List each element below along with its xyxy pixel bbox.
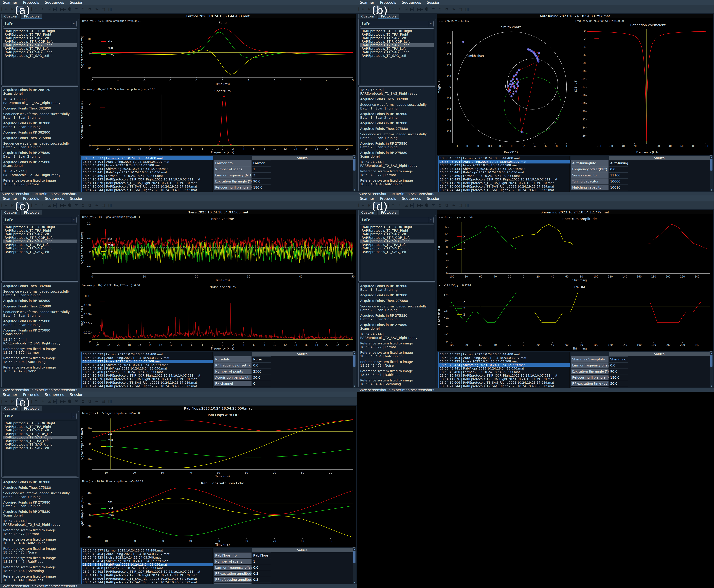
file-row[interactable]: 18:54:24.244 | RAREprotocols_T2_SAG_Righ… xyxy=(439,188,570,192)
protocol-item[interactable]: RAREprotocols_T2_SAG_Left xyxy=(3,250,77,254)
file-row[interactable]: 18:53:43.441 | RabiFlops.2023.10.24.18.5… xyxy=(439,367,570,370)
param-value[interactable]: RabiFlops xyxy=(252,552,271,558)
localizer-icon[interactable]: ⌖ xyxy=(397,6,403,12)
view-doc-icon[interactable]: ▥ xyxy=(464,6,470,12)
protocol-item[interactable]: RAREprotocols_T1_SAG_Left xyxy=(3,36,77,40)
export-icon[interactable]: ↥ xyxy=(437,202,443,208)
protocol-item[interactable]: RAREprotocols_T1_SAG_Right xyxy=(360,247,434,250)
scroll-up-icon[interactable]: ▲ xyxy=(353,156,356,158)
param-value[interactable]: 0.0 xyxy=(609,166,628,172)
file-row[interactable]: 18:54:11.876 | RAREprotocols_T2_TRA_Righ… xyxy=(82,181,213,185)
protocol-item[interactable]: RAREprotocols_T2_TRA_Right xyxy=(3,229,77,232)
protocol-item[interactable]: RAREprotocols_T2_SAG_Right xyxy=(3,239,77,243)
smith-chart[interactable]: -1-0.8-0.6-0.4-0.200.20.40.60.81-0.8-0.6… xyxy=(437,18,573,155)
protocol-list[interactable]: RAREprotocols_STIR_COR_RightRAREprotocol… xyxy=(3,421,77,477)
protocol-checklist-icon[interactable]: ☑ xyxy=(46,6,52,12)
larmor-spectrum-chart[interactable]: -24-22-20-18-16-14-12-10-8-6-4-202468101… xyxy=(80,86,356,155)
protocol-item[interactable]: RAREprotocols_T2_TRA_Right xyxy=(3,425,77,428)
file-row[interactable]: 18:53:43.460 | Larmor.2023.10.24.18.54.2… xyxy=(439,370,570,374)
chart-icon[interactable]: ∿ xyxy=(93,398,100,404)
param-value[interactable]: 0.3 xyxy=(252,577,271,583)
param-value[interactable]: Larmor xyxy=(252,160,271,166)
protocol-item[interactable]: RAREprotocols_T1_SAG_Left xyxy=(3,232,77,236)
protocol-checklist-icon[interactable]: ☑ xyxy=(403,202,410,208)
bender-icon[interactable]: ☻ xyxy=(67,6,73,12)
plot-sequence-icon[interactable]: ≋ xyxy=(430,202,436,208)
file-row[interactable]: 18:54:11.876 | RAREprotocols_T2_TRA_Righ… xyxy=(439,181,570,185)
copy-icon[interactable]: ⧉ xyxy=(444,202,450,208)
file-row[interactable]: 18:53:43.434 | Shimming.2023.10.24.18.54… xyxy=(82,559,213,563)
protocol-item[interactable]: RAREprotocols_T2_SAG_Left xyxy=(360,54,434,58)
scroll-up-icon[interactable]: ▲ xyxy=(710,156,713,158)
localizer-icon[interactable]: ⌖ xyxy=(40,6,46,12)
new-doc-icon[interactable]: ▤ xyxy=(100,398,106,404)
bender-icon[interactable]: ☻ xyxy=(424,6,430,12)
parameters-scrollbar[interactable]: ▲ ▼ xyxy=(353,352,356,387)
file-row[interactable]: 18:53:43.377 | Larmor.2023.10.24.18.53.4… xyxy=(439,353,570,356)
view-doc-icon[interactable]: ▥ xyxy=(107,202,113,208)
param-value[interactable]: 0.0 xyxy=(252,583,271,584)
autocalibration-icon[interactable]: ▶▏ xyxy=(53,6,59,12)
acquisition-history-list[interactable]: 18:53:43.377 | Larmor.2023.10.24.18.53.4… xyxy=(81,156,213,192)
scroll-up-icon[interactable]: ▲ xyxy=(353,352,356,354)
scroll-thumb[interactable] xyxy=(710,355,713,367)
file-row[interactable]: 18:53:43.441 | RabiFlops.2023.10.24.18.5… xyxy=(82,367,213,370)
autocalibration-icon[interactable]: ▶▏ xyxy=(410,202,416,208)
chevron-down-icon[interactable]: ▾ xyxy=(428,21,434,26)
protocol-item[interactable]: RAREprotocols_STIR_COR_Right xyxy=(360,29,434,33)
file-row[interactable]: 18:53:43.404 | AutoTuning.2023.10.24.18.… xyxy=(82,160,213,164)
protocol-item[interactable]: RAREprotocols_STIR_COR_Left xyxy=(360,40,434,43)
copy-icon[interactable]: ⧉ xyxy=(87,398,93,404)
file-row[interactable]: 18:54:24.244 | RAREprotocols_T2_SAG_Righ… xyxy=(82,188,213,192)
param-value[interactable]: 0.3 xyxy=(252,571,271,576)
protocol-item[interactable]: RAREprotocols_STIR_COR_Left xyxy=(360,236,434,239)
param-value[interactable]: auto xyxy=(609,191,628,191)
file-row[interactable]: 18:54:10.493 | RAREprotocols_STIR_COR_Ri… xyxy=(82,374,213,377)
localizer-icon[interactable]: ⌖ xyxy=(397,202,403,208)
protocol-item[interactable]: RAREprotocols_T2_SAG_Right xyxy=(3,436,77,439)
file-row[interactable]: 18:53:43.404 | AutoTuning.2023.10.24.18.… xyxy=(82,356,213,360)
param-value[interactable]: 90.0 xyxy=(609,369,628,374)
protocol-item[interactable]: RAREprotocols_STIR_COR_Right xyxy=(3,29,77,33)
protocol-set-dropdown[interactable]: LaFe ▾ xyxy=(360,217,434,223)
parameters-scrollbar[interactable]: ▲ ▼ xyxy=(353,156,356,191)
param-value[interactable]: 1 xyxy=(252,166,271,172)
run-all-icon[interactable]: ▶▶ xyxy=(60,202,66,208)
protocol-item[interactable]: RAREprotocols_T1_SAG_Left xyxy=(360,36,434,40)
file-row[interactable]: 18:53:43.460 | Larmor.2023.10.24.18.54.2… xyxy=(439,174,570,177)
acquisition-history-list[interactable]: 18:53:43.377 | Larmor.2023.10.24.18.53.4… xyxy=(81,548,213,585)
param-value[interactable]: 10010 xyxy=(609,185,628,190)
file-row[interactable]: 18:53:43.441 | RabiFlops.2023.10.24.18.5… xyxy=(82,563,213,566)
plot-sequence-icon[interactable]: ≋ xyxy=(430,6,436,12)
config-icon[interactable]: ⚙ xyxy=(33,202,39,208)
config-icon[interactable]: ⚙ xyxy=(33,398,39,404)
protocol-item[interactable]: RAREprotocols_T2_SAG_Right xyxy=(360,43,434,47)
protocol-set-dropdown[interactable]: LaFe ▾ xyxy=(3,413,77,419)
param-value[interactable]: AutoTuning xyxy=(609,160,628,166)
param-value[interactable]: 0.0 xyxy=(252,565,271,570)
protocol-checklist-icon[interactable]: ☑ xyxy=(46,202,52,208)
protocol-item[interactable]: RAREprotocols_STIR_COR_Left xyxy=(3,432,77,436)
file-row[interactable]: 18:53:43.423 | Noise.2023.10.24.18.54.03… xyxy=(82,360,213,363)
protocol-list[interactable]: RAREprotocols_STIR_COR_RightRAREprotocol… xyxy=(3,28,77,84)
menu-session[interactable]: Session xyxy=(424,0,443,4)
scroll-down-icon[interactable]: ▼ xyxy=(710,385,713,387)
file-row[interactable]: 18:54:16.606 | RAREprotocols_T1_SAG_Righ… xyxy=(439,185,570,188)
copy-icon[interactable]: ⧉ xyxy=(87,6,93,12)
protocol-item[interactable]: RAREprotocols_STIR_COR_Left xyxy=(3,40,77,43)
chart-icon[interactable]: ∿ xyxy=(93,6,100,12)
export-icon[interactable]: ↥ xyxy=(80,6,86,12)
file-row[interactable]: 18:54:24.244 | RAREprotocols_T2_SAG_Righ… xyxy=(82,581,213,584)
file-row[interactable]: 18:53:43.377 | Larmor.2023.10.24.18.53.4… xyxy=(82,353,213,356)
protocol-item[interactable]: RAREprotocols_T1_SAG_Right xyxy=(3,443,77,446)
rabi-flops-fid-chart[interactable]: 102030405060708090-10010Rabi Flops with … xyxy=(80,411,356,479)
bender-icon[interactable]: ☻ xyxy=(67,202,73,208)
file-row[interactable]: 18:53:43.434 | Shimming.2023.10.24.18.54… xyxy=(439,167,570,171)
key-icon[interactable]: ✶ xyxy=(3,6,9,12)
file-row[interactable]: 18:54:11.876 | RAREprotocols_T2_TRA_Righ… xyxy=(439,377,570,381)
file-row[interactable]: 18:54:10.493 | RAREprotocols_STIR_COR_Ri… xyxy=(82,177,213,181)
protocol-item[interactable]: RAREprotocols_T2_TRA_Right xyxy=(360,229,434,232)
file-row[interactable]: 18:54:10.493 | RAREprotocols_STIR_COR_Ri… xyxy=(82,570,213,573)
rabi-flops-spin-echo-chart[interactable]: 102030405060708090-40-2002040Rabi Flops … xyxy=(80,479,356,547)
protocol-item[interactable]: RAREprotocols_T2_SAG_Left xyxy=(3,446,77,450)
